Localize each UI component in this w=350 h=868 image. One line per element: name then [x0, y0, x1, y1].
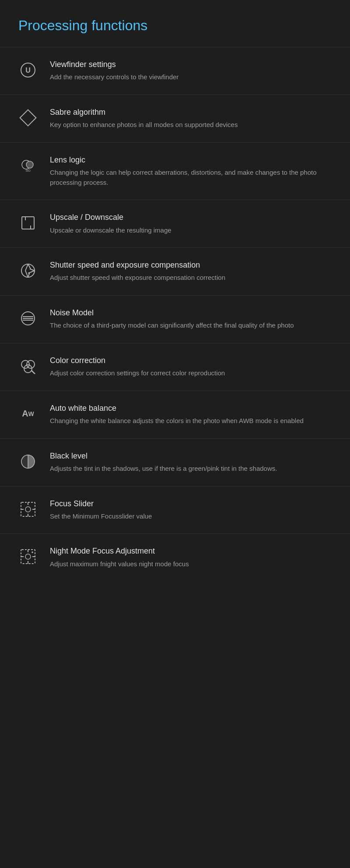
sabre-title: Sabre algorithm — [50, 107, 332, 117]
menu-item-focus-slider[interactable]: Focus Slider Set the Minimum Focusslider… — [0, 486, 350, 534]
svg-point-6 — [21, 264, 35, 277]
awb-title: Auto white balance — [50, 403, 332, 413]
svg-text:SID: SID — [25, 169, 31, 172]
svg-point-19 — [24, 365, 32, 373]
menu-item-upscale[interactable]: Upscale / Downscale Upscale or downscale… — [0, 200, 350, 247]
black-level-title: Black level — [50, 451, 332, 461]
awb-icon: A W — [18, 404, 38, 423]
page-title: Processing functions — [0, 0, 350, 47]
night-mode-desc: Adjust maximum fnight values night mode … — [50, 559, 332, 569]
shutter-text: Shutter speed and exposure compensation … — [50, 260, 332, 283]
color-title: Color correction — [50, 356, 332, 366]
sabre-icon — [18, 108, 38, 127]
menu-item-awb[interactable]: A W Auto white balance Changing the whit… — [0, 391, 350, 438]
menu-item-lens[interactable]: SID Lens logic Changing the logic can he… — [0, 142, 350, 200]
awb-text: Auto white balance Changing the white ba… — [50, 403, 332, 426]
viewfinder-icon: U — [18, 60, 38, 80]
viewfinder-desc: Add the necessary controls to the viewfi… — [50, 72, 332, 82]
sabre-text: Sabre algorithm Key option to enhance ph… — [50, 107, 332, 130]
shutter-icon — [18, 261, 38, 280]
color-icon — [18, 356, 38, 376]
menu-item-night-mode[interactable]: Night Mode Focus Adjustment Adjust maxim… — [0, 533, 350, 581]
color-desc: Adjust color correction settings for cor… — [50, 368, 332, 378]
night-mode-text: Night Mode Focus Adjustment Adjust maxim… — [50, 546, 332, 569]
noise-desc: The choice of a third-party model can si… — [50, 321, 332, 331]
lens-icon: SID — [18, 156, 38, 175]
lens-desc: Changing the logic can help correct aber… — [50, 168, 332, 187]
menu-list: U Viewfinder settings Add the necessary … — [0, 47, 350, 581]
noise-text: Noise Model The choice of a third-party … — [50, 308, 332, 331]
focus-slider-icon — [18, 500, 38, 519]
svg-point-3 — [26, 161, 33, 168]
focus-slider-desc: Set the Minimum Focusslider value — [50, 512, 332, 522]
black-level-text: Black level Adjusts the tint in the shad… — [50, 451, 332, 474]
black-level-icon — [18, 452, 38, 471]
menu-item-noise[interactable]: Noise Model The choice of a third-party … — [0, 295, 350, 343]
menu-item-color[interactable]: Color correction Adjust color correction… — [0, 343, 350, 391]
menu-item-shutter[interactable]: Shutter speed and exposure compensation … — [0, 247, 350, 295]
menu-item-viewfinder[interactable]: U Viewfinder settings Add the necessary … — [0, 47, 350, 95]
lens-title: Lens logic — [50, 155, 332, 165]
night-mode-title: Night Mode Focus Adjustment — [50, 546, 332, 556]
viewfinder-text: Viewfinder settings Add the necessary co… — [50, 60, 332, 82]
svg-line-9 — [28, 271, 35, 273]
shutter-desc: Adjust shutter speed with exposure compe… — [50, 273, 332, 283]
svg-line-11 — [25, 271, 28, 277]
lens-text: Lens logic Changing the logic can help c… — [50, 155, 332, 187]
svg-rect-5 — [22, 217, 34, 229]
color-text: Color correction Adjust color correction… — [50, 356, 332, 378]
sabre-desc: Key option to enhance photos in all mode… — [50, 120, 332, 130]
menu-item-sabre[interactable]: Sabre algorithm Key option to enhance ph… — [0, 95, 350, 142]
svg-text:U: U — [25, 67, 31, 74]
upscale-title: Upscale / Downscale — [50, 212, 332, 222]
focus-slider-text: Focus Slider Set the Minimum Focusslider… — [50, 499, 332, 522]
focus-slider-title: Focus Slider — [50, 499, 332, 509]
svg-point-29 — [25, 554, 31, 559]
awb-desc: Changing the white balance adjusts the c… — [50, 416, 332, 426]
noise-icon — [18, 309, 38, 328]
svg-point-18 — [27, 360, 35, 368]
upscale-desc: Upscale or downscale the resulting image — [50, 226, 332, 236]
upscale-icon — [18, 213, 38, 233]
viewfinder-title: Viewfinder settings — [50, 60, 332, 70]
shutter-title: Shutter speed and exposure compensation — [50, 260, 332, 270]
svg-line-10 — [30, 269, 35, 271]
menu-item-black-level[interactable]: Black level Adjusts the tint in the shad… — [0, 438, 350, 486]
black-level-desc: Adjusts the tint in the shadows, use if … — [50, 464, 332, 474]
svg-line-20 — [32, 370, 35, 374]
noise-title: Noise Model — [50, 308, 332, 318]
upscale-text: Upscale / Downscale Upscale or downscale… — [50, 212, 332, 235]
svg-line-7 — [25, 264, 28, 271]
night-mode-icon — [18, 547, 38, 566]
svg-point-23 — [25, 507, 31, 512]
